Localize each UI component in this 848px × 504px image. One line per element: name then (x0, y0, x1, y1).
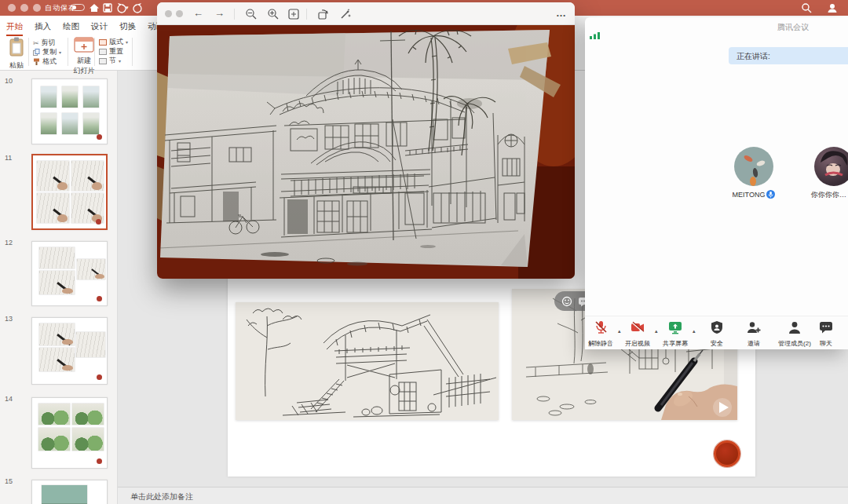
viewer-photo-japanese-building-sketch (157, 25, 575, 279)
notes-placeholder: 单击此处添加备注 (130, 491, 193, 502)
layout-icon (99, 39, 107, 46)
red-seal-image[interactable] (714, 440, 740, 467)
audio-options-caret[interactable]: ▴ (618, 328, 621, 334)
share-screen-button[interactable]: 共享屏幕 (658, 320, 693, 348)
network-signal-icon (590, 31, 601, 39)
invite-button[interactable]: 邀请 (738, 320, 769, 348)
paste-button[interactable]: 粘贴 (8, 37, 25, 71)
slide-thumbnail-14[interactable] (31, 397, 108, 469)
forward-icon[interactable]: → (214, 6, 225, 20)
media-indicator-dot (96, 219, 101, 225)
tab-design[interactable]: 设计 (91, 21, 108, 35)
emoji-reaction-icon[interactable] (561, 295, 573, 308)
chat-button[interactable]: 聊天 (810, 320, 842, 348)
slide-thumbnail-15[interactable] (31, 480, 108, 504)
viewer-minimize-button[interactable] (176, 10, 183, 17)
camera-off-icon (630, 320, 645, 334)
screen-share-icon (667, 320, 683, 334)
security-shield-icon (709, 320, 725, 334)
media-indicator-dot (97, 374, 102, 380)
slide-number: 12 (5, 239, 13, 247)
security-button[interactable]: 安全 (701, 320, 733, 348)
slide-number: 14 (5, 395, 13, 403)
slide-image-stilt-house-sketch[interactable] (236, 302, 499, 420)
slide-thumbnail-11-selected[interactable] (31, 154, 108, 230)
rotate-icon[interactable] (317, 8, 330, 20)
slide-thumbnail-12[interactable] (31, 241, 108, 306)
slide-thumbnail-10[interactable] (31, 79, 108, 144)
mic-off-icon (593, 320, 609, 334)
ribbon-tab-strip: 开始 插入 绘图 设计 切换 动画 (6, 21, 164, 35)
avatar (814, 147, 848, 186)
reset-icon (99, 49, 107, 55)
new-slide-button[interactable]: 新建 幻灯片 (71, 37, 97, 76)
autosave-toggle[interactable] (71, 4, 85, 11)
more-icon[interactable]: … (556, 6, 566, 20)
save-icon[interactable] (102, 2, 113, 13)
meeting-title: 腾讯会议 (585, 22, 848, 33)
share-options-caret[interactable]: ▴ (693, 328, 696, 334)
section-icon (99, 58, 107, 64)
chat-icon (818, 320, 834, 334)
share-person-icon[interactable] (827, 2, 839, 13)
desktop-screen: 自动保存 ▾ 开始 插入 绘图 设计 切换 动画 粘贴 ✂剪切 复制▾ 格式 (0, 0, 848, 504)
back-icon[interactable]: ← (193, 6, 203, 20)
speaking-label: 正在讲话: (737, 51, 770, 62)
slide-thumbnail-panel: 10 11 12 13 (0, 71, 118, 504)
participant-name: 你你你你… (811, 190, 846, 200)
tab-insert[interactable]: 插入 (35, 21, 51, 35)
section-button[interactable]: 节▾ (99, 56, 121, 66)
clipboard-icon (8, 37, 25, 57)
undo-caret[interactable]: ▾ (126, 5, 129, 11)
slide-number: 10 (5, 77, 13, 85)
start-video-button[interactable]: 开启视频 (622, 320, 653, 348)
brush-icon (33, 58, 40, 65)
notes-bar[interactable]: 单击此处添加备注 (118, 487, 848, 504)
viewer-close-button[interactable] (165, 10, 172, 17)
zoom-window-button[interactable] (33, 4, 41, 12)
participant-meitong[interactable]: MEITONG (728, 147, 780, 199)
media-indicator-dot (97, 134, 102, 140)
slide-number: 15 (5, 477, 13, 485)
meeting-toolbar: 解除静音 ▴ 开启视频 ▴ 共享屏幕 ▴ 安全 邀请 (585, 316, 848, 349)
slide-thumbnail-13[interactable] (31, 317, 108, 385)
participant-name: MEITONG (733, 191, 766, 199)
zoom-out-icon[interactable] (245, 8, 258, 20)
media-indicator-dot (97, 458, 102, 464)
tab-transitions[interactable]: 切换 (119, 21, 136, 35)
speaking-status-bar: 正在讲话: (729, 47, 848, 64)
slide-number: 13 (5, 315, 13, 323)
close-window-button[interactable] (8, 4, 16, 12)
tab-draw[interactable]: 绘图 (63, 21, 79, 35)
fit-icon[interactable] (287, 8, 300, 20)
mic-status-badge (766, 190, 775, 199)
tencent-meeting-window: 腾讯会议 正在讲话: MEITONG 你你你你… 解除静音 ▴ (585, 17, 848, 349)
redo-icon[interactable] (132, 2, 143, 13)
invite-person-icon (746, 320, 762, 334)
search-icon[interactable] (801, 2, 812, 13)
play-button-icon[interactable] (713, 398, 732, 417)
image-viewer-window: ← → … (157, 2, 575, 279)
tab-home[interactable]: 开始 (6, 21, 23, 35)
media-indicator-dot (97, 296, 102, 301)
zoom-in-icon[interactable] (267, 8, 280, 20)
new-slide-icon (74, 37, 94, 53)
participant-nini[interactable]: 你你你你… (808, 147, 848, 200)
video-options-caret[interactable]: ▴ (655, 328, 658, 334)
minimize-window-button[interactable] (20, 4, 28, 12)
unmute-button[interactable]: 解除静音 (585, 320, 616, 348)
viewer-toolbar: ← → … (157, 2, 575, 25)
format-painter-button[interactable]: 格式 (33, 57, 57, 67)
slide-number: 11 (5, 154, 12, 162)
markup-icon[interactable] (339, 8, 352, 20)
home-icon[interactable] (89, 2, 100, 13)
avatar (734, 147, 773, 186)
members-person-icon (787, 320, 802, 334)
copy-icon (33, 49, 40, 56)
